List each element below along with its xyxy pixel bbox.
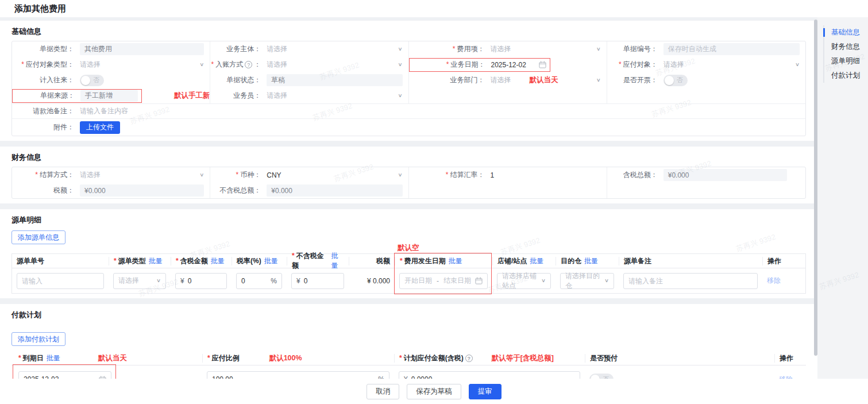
anchor-basic-info[interactable]: 基础信息 (824, 25, 868, 40)
note-due-date-default: 默认当天 (98, 353, 127, 363)
source-table-row: 请选择∨ ¥ % ¥ ¥ 0.000 (11, 268, 806, 294)
calendar-icon (99, 376, 106, 379)
tax-amount-label: 税额： (12, 186, 80, 195)
anchor-finance-info[interactable]: 财务信息 (824, 40, 868, 54)
field-exchange-rate: 结算汇率： 1 (409, 167, 607, 183)
shop-select[interactable]: 请选择店铺站点∨ (497, 273, 551, 289)
add-source-button[interactable]: 添加源单信息 (11, 230, 65, 244)
note-default-manual: 默认手工新增 (174, 91, 210, 101)
total-with-tax-label: 含税总额： (607, 170, 663, 180)
tax-rate-input[interactable]: % (236, 273, 282, 289)
batch-link[interactable]: 批量 (149, 256, 163, 266)
col-action: 操作 (774, 354, 806, 363)
batch-link[interactable]: 批量 (584, 256, 598, 266)
remove-row-link[interactable]: 移除 (779, 375, 793, 379)
source-remark-input[interactable] (623, 273, 758, 289)
business-dept-select[interactable]: 请选择 默认当天 ∨ (491, 75, 601, 85)
field-settlement: 结算方式： 请选择 ∨ (12, 167, 210, 183)
anchor-source-detail[interactable]: 源单明细 (824, 54, 868, 68)
warehouse-cell: 请选择目的仓∨ (555, 273, 619, 289)
chevron-down-icon: ∨ (398, 46, 402, 52)
business-entity-select[interactable]: 请选择 ∨ (267, 44, 402, 54)
batch-link[interactable]: 批量 (47, 353, 60, 363)
batch-link[interactable]: 批量 (449, 256, 462, 266)
col-source-doc-type: 源单类型批量 (109, 257, 171, 266)
anchor-payment-plan[interactable]: 付款计划 (824, 68, 868, 83)
entry-method-label: 入账方式?： (210, 60, 267, 70)
payable-type-select[interactable]: 请选择 ∨ (80, 60, 204, 70)
add-other-expense-page: 添加其他费用 基础信息 单据类型： 其他费用 业务主体： (0, 0, 868, 404)
expense-item-select[interactable]: 请选择 ∨ (491, 44, 601, 54)
settlement-select[interactable]: 请选择 ∨ (80, 170, 204, 180)
source-doc-no-input[interactable] (17, 273, 104, 289)
submit-button[interactable]: 提审 (469, 384, 501, 399)
exchange-rate-value[interactable]: 1 (491, 171, 495, 179)
amount-with-tax-input[interactable]: ¥ (175, 273, 227, 289)
note-amount-default: 默认等于[含税总额] (492, 353, 554, 363)
page-header: 添加其他费用 (0, 0, 868, 17)
pool-remark-input[interactable]: 请输入备注内容 (80, 106, 800, 116)
note-default-today: 默认当天 (530, 75, 558, 85)
doc-status-value: 草稿 (267, 74, 402, 86)
ratio-input[interactable]: % (207, 371, 389, 379)
percent-symbol: % (375, 375, 384, 379)
batch-link[interactable]: 批量 (264, 256, 278, 266)
add-payment-plan-button[interactable]: 添加付款计划 (11, 332, 65, 346)
chevron-down-icon: ∨ (199, 61, 204, 67)
source-detail-title: 源单明细 (11, 211, 806, 229)
pool-remark-label: 请款池备注： (12, 106, 80, 116)
field-business-date: 业务日期： 2025-12-02 (409, 57, 607, 72)
remove-row-link[interactable]: 移除 (767, 276, 781, 286)
doc-status-label: 单据状态： (210, 75, 267, 85)
field-business-entity: 业务主体： 请选择 ∨ (210, 41, 408, 57)
batch-link[interactable]: 批量 (331, 251, 344, 271)
batch-link[interactable]: 批量 (211, 256, 225, 266)
business-date-picker[interactable]: 2025-12-02 (491, 61, 526, 69)
upload-file-button[interactable]: 上传文件 (80, 121, 120, 134)
doc-type-value: 其他费用 (80, 43, 204, 55)
include-current-toggle[interactable]: 否 (80, 75, 104, 86)
planned-amount-input[interactable]: ¥ (399, 371, 580, 379)
salesman-select[interactable]: 请选择 ∨ (267, 91, 402, 101)
field-salesman: 业务员： 请选择 ∨ (210, 88, 408, 103)
col-tax-rate: 税率(%)批量 (232, 257, 287, 266)
shop-cell: 请选择店铺站点∨ (492, 273, 555, 289)
field-doc-no: 单据编号： 保存时自动生成 (607, 41, 805, 57)
vertical-scrollbar[interactable] (814, 20, 817, 356)
payable-object-select[interactable]: 请选择 ∨ (663, 60, 800, 70)
amount-without-tax-cell: ¥ (287, 273, 349, 289)
col-ratio: 应付比例默认100% (202, 354, 394, 363)
due-date-picker[interactable]: 2025-12-02 (18, 371, 111, 379)
currency-select[interactable]: CNY ∨ (267, 171, 402, 179)
basic-info-grid: 单据类型： 其他费用 业务主体： 请选择 ∨ 费用项： (12, 41, 805, 103)
source-doc-type-select[interactable]: 请选择∨ (113, 273, 166, 289)
field-doc-source: 单据来源： 手工新增 默认手工新增 (12, 88, 210, 103)
amount-without-tax-input[interactable]: ¥ (291, 273, 344, 289)
salesman-label: 业务员： (210, 91, 267, 101)
col-shop: 店铺/站点批量 (492, 257, 555, 266)
yuan-symbol: ¥ (296, 277, 300, 285)
expense-date-range-picker[interactable]: 开始日期 - 结束日期 (399, 273, 488, 289)
highlight-box-business-date: 业务日期： 2025-12-02 (409, 58, 550, 72)
payable-object-label: 应付对象： (607, 60, 663, 70)
attachment-label: 附件： (12, 122, 80, 132)
save-draft-button[interactable]: 保存为草稿 (407, 384, 461, 399)
empty-cell (607, 88, 805, 103)
chevron-down-icon: ∨ (199, 172, 204, 178)
payment-action-cell: 移除 (774, 375, 806, 379)
col-amount-with-tax: 含税金额批量 (171, 257, 232, 266)
doc-source-label: 单据来源： (13, 91, 80, 101)
footer-actions: 取消 保存为草稿 提审 (0, 379, 868, 404)
business-entity-label: 业务主体： (210, 44, 267, 54)
invoicing-toggle[interactable]: 否 (663, 75, 688, 86)
cancel-button[interactable]: 取消 (367, 384, 399, 399)
page-title: 添加其他费用 (14, 3, 66, 14)
entry-method-select[interactable]: 请选择 ∨ (267, 60, 402, 70)
section-basic-info: 基础信息 单据类型： 其他费用 业务主体： 请选择 ∨ (0, 21, 817, 141)
field-payable-object: 应付对象： 请选择 ∨ (607, 57, 805, 72)
prepay-toggle[interactable]: 否 (589, 374, 614, 379)
right-panel: 基础信息 财务信息 源单明细 付款计划 (817, 17, 868, 379)
chevron-down-icon: ∨ (596, 77, 601, 83)
warehouse-select[interactable]: 请选择目的仓∨ (560, 273, 614, 289)
batch-link[interactable]: 批量 (530, 256, 543, 266)
